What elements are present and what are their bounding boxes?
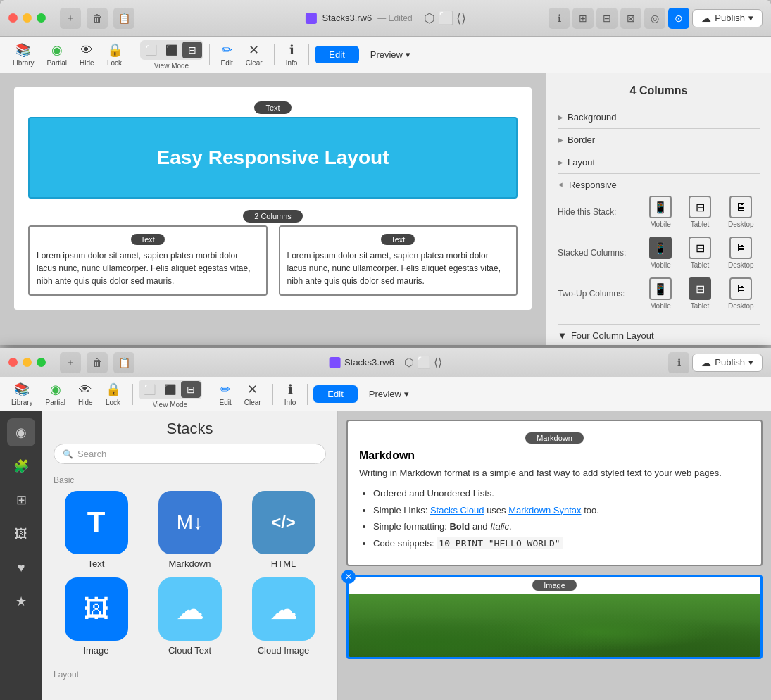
main-toolbar-top: 📚 Library ◉ Partial 👁 Hide 🔒 Lock ⬜ ⬛ ⊟ … [0,37,771,73]
vm-btn1-top[interactable]: ⬜ [142,42,161,58]
trash-button-bottom[interactable]: 🗑 [87,352,108,373]
clear-tool-top[interactable]: ✕ Clear [240,39,268,70]
edited-badge-top: — Edited [377,13,412,23]
info-btn-top[interactable]: ℹ [549,8,570,29]
title-bar-top: ＋ 🗑 📋 Stacks3.rw6 — Edited ⬡ ⬜ ⟨⟩ ℹ ⊞ ⊟ … [0,0,771,37]
partial-icon-top: ◉ [51,42,63,58]
lock-tool-top[interactable]: 🔒 Lock [101,39,128,70]
stack-item-cloud-text[interactable]: ☁ Cloud Text [147,577,232,656]
responsive-section-header[interactable]: ▼ Responsive [558,180,760,190]
text-label-bar: Text [28,101,518,114]
vm-btn1-bottom[interactable]: ⬜ [140,381,160,398]
desktop-icon-two-up[interactable]: 🖥 [729,277,752,300]
tablet-label-hide: Tablet [691,220,710,228]
stack-item-image[interactable]: 🖼 Image [54,577,139,656]
desktop-icon-hide[interactable]: 🖥 [729,196,752,218]
hide-tool-top[interactable]: 👁 Hide [74,40,100,70]
info-tool-bottom[interactable]: ℹ Info [279,379,302,409]
sidebar-item-themes[interactable]: 🧩 [7,452,35,480]
info-label-top: Info [286,59,298,67]
library-tool-bottom[interactable]: 📚 Library [6,379,39,409]
lock-tool-bottom[interactable]: 🔒 Lock [100,379,127,409]
tab-edit-top[interactable]: Edit [315,46,358,63]
sidebar-item-heart[interactable]: ♥ [7,554,35,582]
sidebar-item-grid[interactable]: ⊞ [7,486,35,514]
stack-item-text[interactable]: T Text [54,491,139,569]
add-button-bottom[interactable]: ＋ [60,352,81,373]
desktop-icon-stacked[interactable]: 🖥 [729,237,752,259]
device-desktop-stacked: 🖥 Desktop [728,237,754,269]
layout3-btn[interactable]: ⊠ [620,8,641,29]
info-btn-bottom[interactable]: ℹ [668,352,689,373]
partial-tool-top[interactable]: ◉ Partial [42,39,73,70]
minimize-button[interactable] [23,13,32,23]
hide-icon-top: 👁 [80,43,93,58]
clear-tool-bottom[interactable]: ✕ Clear [239,379,267,409]
trash-button-top[interactable]: 🗑 [87,8,108,29]
layout-section-header[interactable]: ▶ Layout [558,157,760,168]
desktop-label-two-up: Desktop [728,302,754,310]
image-pill: Image [532,580,577,591]
markdown-syntax-link[interactable]: Markdown Syntax [508,505,581,515]
four-col-header[interactable]: ▼ Four Column Layout [558,330,760,341]
edit-tool-top[interactable]: ✏ Edit [215,39,239,70]
maximize-button[interactable] [37,13,46,23]
layout4-btn[interactable]: ◎ [644,8,665,29]
tab-preview-bottom[interactable]: Preview ▾ [359,385,419,403]
mobile-icon-two-up[interactable]: 📱 [649,277,672,300]
background-section-header[interactable]: ▶ Background [558,112,760,123]
tablet-icon-stacked[interactable]: ⊟ [689,237,711,259]
partial-tool-bottom[interactable]: ◉ Partial [40,379,71,409]
info-tool-top[interactable]: ℹ Info [280,39,303,70]
hero-text: Easy Responsive Layout [157,146,389,168]
search-container[interactable]: 🔍 Search [54,444,326,464]
sidebar-item-star[interactable]: ★ [7,587,35,615]
layout5-btn[interactable]: ⊙ [668,8,689,29]
stack-icon-bottom[interactable]: ⬡ [404,356,414,369]
minimize-button-bottom[interactable] [23,358,32,367]
code-icon-bottom[interactable]: ⟨⟩ [434,356,442,369]
vm-btn2-top[interactable]: ⬛ [162,42,182,58]
app-icon-top [305,13,316,24]
stack-icon-top[interactable]: ⬡ [424,11,435,26]
vm-btn3-bottom[interactable]: ⊟ [181,381,201,398]
stack-item-html[interactable]: </> HTML [241,491,326,569]
tab-edit-bottom[interactable]: Edit [313,385,357,403]
stack-label-cloud-image: Cloud Image [258,645,310,656]
info-icon-top: ℹ [289,42,294,58]
layout2-btn[interactable]: ⊟ [596,8,618,29]
publish-button-top[interactable]: ☁ Publish ▾ [692,9,763,27]
chevron-down-icon-preview-bottom: ▾ [404,389,409,399]
tablet-icon-bottom[interactable]: ⬜ [417,356,431,369]
close-button[interactable] [8,13,18,23]
tablet-icon-two-up[interactable]: ⊟ [689,277,711,300]
view-mode-label-bottom: View Mode [153,401,187,408]
copy-button-bottom[interactable]: 📋 [113,352,134,373]
stack-item-markdown[interactable]: M↓ Markdown [147,491,232,569]
code-icon-top[interactable]: ⟨⟩ [456,11,466,26]
border-section-header[interactable]: ▶ Border [558,135,760,145]
vm-btn3-top[interactable]: ⊟ [182,42,202,58]
image-close-button[interactable]: ✕ [341,570,356,584]
copy-button-top[interactable]: 📋 [113,8,134,29]
hide-stack-label: Hide this Stack: [558,207,649,217]
stacks-cloud-link[interactable]: Stacks Cloud [430,505,484,515]
tablet-icon-top[interactable]: ⬜ [438,11,453,26]
library-tool-top[interactable]: 📚 Library [7,39,40,70]
mobile-icon-stacked[interactable]: 📱 [649,237,672,259]
sidebar-item-image[interactable]: 🖼 [7,520,35,548]
sidebar-item-stacks[interactable]: ◉ [7,418,35,446]
tablet-icon-hide[interactable]: ⊟ [689,196,711,218]
tab-preview-top[interactable]: Preview ▾ [361,46,420,63]
hide-icon-bottom: 👁 [79,382,92,397]
edit-tool-bottom[interactable]: ✏ Edit [214,379,237,409]
publish-button-bottom[interactable]: ☁ Publish ▾ [692,354,763,372]
vm-btn2-bottom[interactable]: ⬛ [161,381,180,398]
add-button-top[interactable]: ＋ [60,8,81,29]
maximize-button-bottom[interactable] [37,358,46,367]
stack-item-cloud-image[interactable]: ☁ Cloud Image [241,577,326,656]
hide-tool-bottom[interactable]: 👁 Hide [73,380,99,409]
close-button-bottom[interactable] [8,358,18,367]
layout1-btn[interactable]: ⊞ [572,8,594,29]
mobile-icon-hide[interactable]: 📱 [649,196,672,218]
